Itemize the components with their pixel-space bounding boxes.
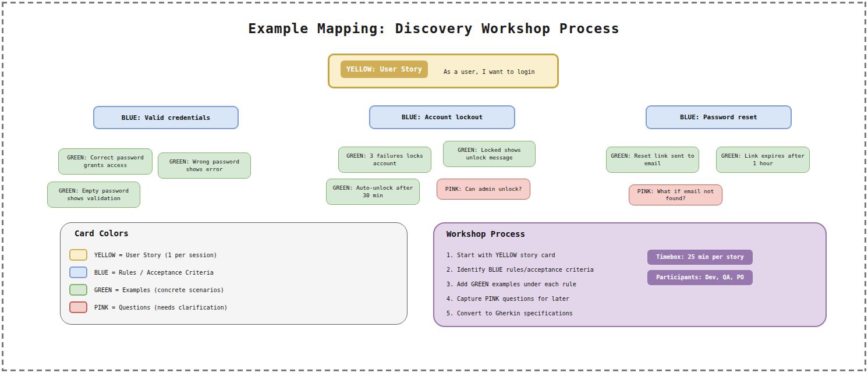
pink-swatch <box>69 301 87 313</box>
example-card: GREEN: Reset link sent to email <box>606 147 699 173</box>
rule-card-password-reset: BLUE: Password reset <box>646 105 792 129</box>
page-title: Example Mapping: Discovery Workshop Proc… <box>0 21 868 36</box>
legend-row-blue: BLUE = Rules / Acceptance Criteria <box>69 267 214 278</box>
process-step-3: 3. Add GREEN examples under each rule <box>447 280 576 289</box>
legend-label: PINK = Questions (needs clarification) <box>94 304 228 311</box>
legend-label: BLUE = Rules / Acceptance Criteria <box>94 269 214 276</box>
workshop-process-panel: Workshop Process 1. Start with YELLOW st… <box>433 222 827 327</box>
user-story-badge: YELLOW: User Story <box>341 61 428 78</box>
process-title: Workshop Process <box>447 229 525 239</box>
example-card: GREEN: 3 failures locks account <box>338 147 431 173</box>
process-step-2: 2. Identify BLUE rules/acceptance criter… <box>447 266 594 274</box>
participants-badge: Participants: Dev, QA, PO <box>647 270 753 285</box>
legend-title: Card Colors <box>75 229 129 238</box>
example-card: GREEN: Link expires after 1 hour <box>716 147 810 173</box>
yellow-swatch <box>69 249 87 261</box>
legend-row-green: GREEN = Examples (concrete scenarios) <box>69 284 224 296</box>
card-colors-legend: Card Colors YELLOW = User Story (1 per s… <box>60 222 408 325</box>
rule-card-valid-credentials: BLUE: Valid credentials <box>93 106 239 129</box>
green-swatch <box>69 284 87 296</box>
example-card: GREEN: Auto-unlock after 30 min <box>326 179 420 205</box>
legend-row-yellow: YELLOW = User Story (1 per session) <box>69 249 217 261</box>
process-step-4: 4. Capture PINK questions for later <box>447 295 569 303</box>
rule-card-account-lockout: BLUE: Account lockout <box>369 105 515 129</box>
process-step-5: 5. Convert to Gherkin specifications <box>447 310 573 318</box>
legend-row-pink: PINK = Questions (needs clarification) <box>69 301 228 313</box>
question-card: PINK: What if email not found? <box>629 184 722 205</box>
example-card: GREEN: Locked shows unlock message <box>443 141 536 167</box>
blue-swatch <box>69 267 87 278</box>
process-step-1: 1. Start with YELLOW story card <box>447 251 555 260</box>
example-card: GREEN: Correct password grants access <box>58 148 153 175</box>
user-story-text: As a user, I want to login <box>444 55 535 89</box>
example-card: GREEN: Empty password shows validation <box>47 182 140 208</box>
timebox-badge: Timebox: 25 min per story <box>647 250 753 265</box>
user-story-card: YELLOW: User Story As a user, I want to … <box>328 54 559 88</box>
example-mapping-diagram: Example Mapping: Discovery Workshop Proc… <box>0 0 868 373</box>
question-card: PINK: Can admin unlock? <box>437 179 530 200</box>
example-card: GREEN: Wrong password shows error <box>158 152 251 179</box>
legend-label: YELLOW = User Story (1 per session) <box>94 252 217 258</box>
legend-label: GREEN = Examples (concrete scenarios) <box>94 287 224 293</box>
